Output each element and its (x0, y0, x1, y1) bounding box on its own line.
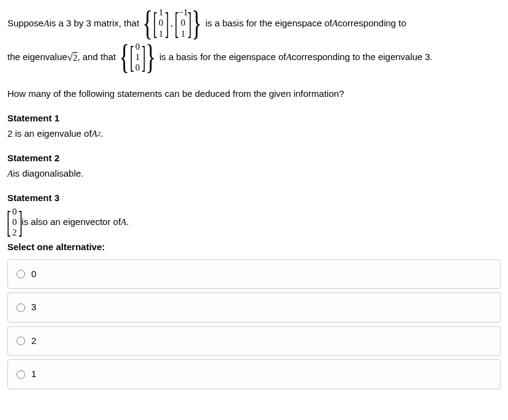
statement-3: Statement 3 [ 0 0 2 ] is also an eigenve… (7, 191, 501, 238)
vector-2: [ −1 0 1 ] (175, 7, 191, 39)
vector-4: [ 0 0 2 ] (7, 207, 21, 239)
option-label: 2 (31, 334, 36, 348)
radio-input[interactable] (17, 337, 25, 345)
option-1[interactable]: 1 (7, 359, 501, 389)
left-bracket-icon: [ (7, 212, 11, 232)
radio-input[interactable] (17, 304, 25, 312)
left-brace-icon: { (143, 11, 153, 36)
radio-input[interactable] (17, 270, 25, 278)
option-3[interactable]: 3 (7, 292, 501, 323)
options-list: 0 3 2 1 (7, 259, 501, 389)
comma: , (170, 17, 173, 31)
vector-entries: −1 0 1 (178, 7, 188, 39)
statement-body: [ 0 0 2 ] is also an eigenvector of A. (7, 207, 501, 239)
option-label: 0 (31, 267, 36, 281)
right-brace-icon: } (192, 11, 202, 36)
intro-text: , and that (77, 50, 116, 64)
statement-title: Statement 2 (7, 151, 501, 166)
right-bracket-icon: ] (141, 47, 145, 67)
statement-title: Statement 3 (7, 191, 501, 205)
left-bracket-icon: [ (175, 13, 179, 34)
option-label: 3 (31, 300, 36, 315)
basis-set-2: { [ 0 1 0 ] } (118, 42, 157, 74)
intro-text: the eigenvalue (7, 50, 67, 64)
right-bracket-icon: ] (165, 13, 169, 34)
sqrt-2: √2 (67, 50, 78, 66)
intro-text: Suppose (7, 17, 44, 31)
basis-set-1: { [ 1 0 1 ] , [ −1 0 1 ] } (142, 7, 203, 39)
var-A: A (286, 50, 292, 64)
var-A: A (121, 215, 126, 229)
intro-text: is a basis for the eigenspace of (159, 50, 286, 64)
vector-entries: 0 1 0 (134, 42, 142, 74)
var-A: A (7, 167, 13, 181)
radio-input[interactable] (17, 370, 25, 379)
statement-body: 2 is an eigenvalue of A2. (7, 127, 501, 141)
statement-title: Statement 1 (7, 112, 501, 126)
option-label: 1 (31, 367, 36, 381)
right-bracket-icon: ] (18, 212, 23, 232)
intro-line-2: the eigenvalue √2 , and that { [ 0 1 0 ]… (7, 42, 501, 74)
intro-text: corresponding to (338, 17, 406, 31)
intro-text: corresponding to the eigenvalue 3. (292, 50, 433, 64)
vector-1: [ 1 0 1 ] (154, 7, 168, 39)
var-A: A (44, 17, 49, 31)
intro-text: is a basis for the eigenspace of (205, 17, 332, 31)
vector-entries: 0 0 2 (10, 207, 19, 239)
question-content: Suppose A is a 3 by 3 matrix, that { [ 1… (7, 7, 501, 389)
right-bracket-icon: ] (188, 13, 192, 34)
vector-entries: 1 0 1 (157, 7, 165, 39)
left-bracket-icon: [ (153, 13, 157, 34)
option-2[interactable]: 2 (7, 326, 501, 356)
question-text: How many of the following statements can… (7, 87, 501, 101)
vector-3: [ 0 1 0 ] (131, 42, 145, 74)
left-bracket-icon: [ (130, 47, 134, 67)
select-label: Select one alternative: (7, 240, 501, 254)
statement-body: A is diagonalisable. (7, 167, 501, 181)
left-brace-icon: { (119, 45, 130, 70)
intro-text: is a 3 by 3 matrix, that (49, 17, 139, 31)
statement-2: Statement 2 A is diagonalisable. (7, 151, 501, 180)
option-0[interactable]: 0 (7, 259, 501, 289)
var-A: A (92, 127, 97, 141)
var-A: A (332, 17, 338, 31)
intro-line-1: Suppose A is a 3 by 3 matrix, that { [ 1… (7, 7, 501, 39)
right-brace-icon: } (146, 45, 156, 70)
statement-1: Statement 1 2 is an eigenvalue of A2. (7, 112, 501, 140)
